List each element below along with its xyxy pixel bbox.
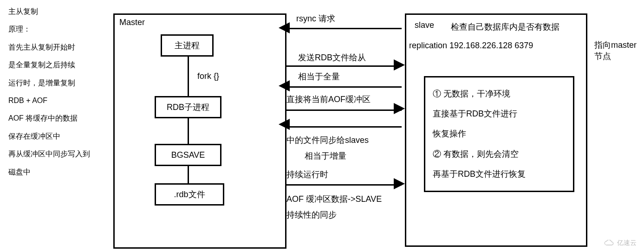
inner-line: 恢复操作: [433, 124, 566, 144]
p2: 首先主从复制开始时: [8, 39, 106, 56]
p8: 再从缓冲区中同步写入到: [8, 145, 106, 163]
inner-line: ② 有数据，则先会清空: [433, 144, 566, 164]
inner-line: ① 无数据，干净环境: [433, 84, 566, 104]
title: 主从复制: [8, 3, 106, 20]
master-main-process: 主进程: [161, 34, 214, 57]
mid-send-rdb: 发送RDB文件给从: [298, 52, 366, 63]
mid-aof-buffer: 直接将当前AOF缓冲区: [286, 94, 371, 105]
master-container: Master 主进程 fork {} RDB子进程 BGSAVE .rdb文件: [113, 13, 286, 249]
p4: 运行时，是增量复制: [8, 74, 106, 92]
p5: RDB + AOF: [8, 92, 106, 109]
p9: 磁盘中: [8, 163, 106, 181]
p3: 是全量复制之后持续: [8, 56, 106, 74]
slave-replication: replication 192.168.226.128 6379: [409, 41, 533, 51]
mid-incremental: 相当于增量: [305, 150, 346, 161]
arrowhead-icon: [394, 103, 405, 114]
arrow-line: [286, 28, 402, 29]
left-description: 主从复制 原理： 首先主从复制开始时 是全量复制之后持续 运行时，是增量复制 R…: [8, 3, 106, 181]
mid-persistent: 持续性的同步: [286, 209, 337, 220]
connector-line: [188, 118, 189, 144]
slave-container: slave 检查自己数据库内是否有数据 replication 192.168.…: [405, 13, 587, 247]
mid-sync-slaves: 中的文件同步给slaves: [286, 135, 369, 146]
mid-continuous: 持续运行时: [286, 169, 328, 180]
mid-aof-slave: AOF 缓冲区数据->SLAVE: [286, 193, 382, 205]
inner-line: 再基于RDB文件进行恢复: [433, 164, 566, 184]
arrowhead-icon: [279, 22, 290, 33]
mid-full: 相当于全量: [298, 71, 340, 82]
p1: 原理：: [8, 20, 106, 38]
slave-label: slave: [415, 20, 434, 30]
connector-line: [188, 166, 189, 183]
bgsave-box: BGSAVE: [155, 144, 221, 166]
arrow-line: [286, 184, 402, 186]
arrowhead-icon: [394, 59, 405, 71]
arrow-line: [286, 86, 402, 88]
arrow-line: [286, 109, 402, 111]
rdb-child-process: RDB子进程: [155, 96, 221, 118]
watermark-text: 亿速云: [617, 239, 637, 247]
right-annotation: 指向master节点: [594, 39, 644, 62]
connector-line: [188, 57, 189, 96]
arrow-line: [286, 65, 402, 67]
rdb-file-box: .rdb文件: [155, 183, 224, 206]
arrowhead-icon: [394, 178, 405, 189]
fork-label: fork {}: [197, 71, 219, 81]
slave-inner-box: ① 无数据，干净环境 直接基于RDB文件进行 恢复操作 ② 有数据，则先会清空 …: [424, 76, 574, 192]
mid-rsync: rsync 请求: [296, 13, 335, 24]
master-label: Master: [119, 18, 145, 27]
p6: AOF 将缓存中的数据: [8, 109, 106, 127]
p7: 保存在缓冲区中: [8, 128, 106, 145]
arrow-line: [286, 126, 402, 128]
watermark: 亿速云: [604, 239, 637, 247]
cloud-icon: [604, 240, 614, 246]
inner-line: 直接基于RDB文件进行: [433, 104, 566, 124]
arrowhead-icon: [279, 80, 290, 91]
slave-check-data: 检查自己数据库内是否有数据: [451, 21, 559, 32]
arrowhead-icon: [279, 119, 290, 130]
